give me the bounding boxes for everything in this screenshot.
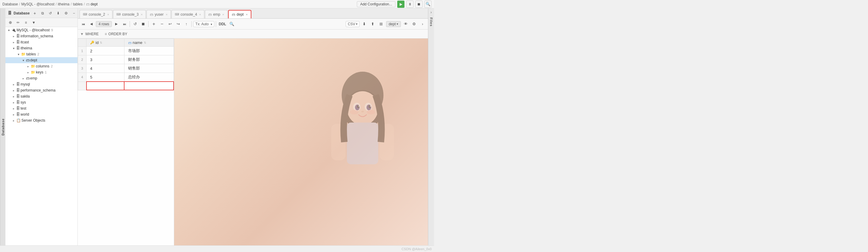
tree-item-world[interactable]: ▸ 🗄 world [5,111,78,117]
tree-item-emp[interactable]: ▸ 🗃 emp [5,75,78,81]
tx-select-wrapper[interactable]: Tx: Auto ▾ [193,21,214,27]
view-btn[interactable]: 👁 [402,21,409,28]
tree-item-keys[interactable]: ▸ 📁 keys 1 [5,69,78,75]
stop-button[interactable]: ⏹ [415,1,423,8]
tree-item-tables[interactable]: ▾ 📁 tables 2 [5,51,78,57]
table-row[interactable]: 3 4 销售部 [78,64,174,73]
nav-last-btn[interactable]: ⏭ [121,21,128,28]
nav-prev-btn[interactable]: ◀ [88,21,95,28]
col-header-id[interactable]: 🔑 id ⇅ [87,39,124,47]
row-2-name[interactable]: 财务部 [124,56,174,64]
row-2-id[interactable]: 3 [87,56,124,64]
undo-btn[interactable]: ↩ [166,21,174,28]
tree-item-mysql-localhost[interactable]: ▾ 🔌 MySQL - @localhost 9 [5,27,78,33]
nav-next-btn[interactable]: ▶ [113,21,120,28]
breadcrumb-item-dept[interactable]: dept [91,2,98,6]
tree-item-columns[interactable]: ▸ 📁 columns 2 [5,63,78,69]
row-1-name[interactable]: 市场部 [124,47,174,56]
split-btn[interactable]: ⊞ [378,21,385,28]
import-btn[interactable]: ⬇ [361,21,368,28]
right-panel-collapse-btn[interactable]: › [429,10,434,15]
row-4-name[interactable]: 总经办 [124,73,174,82]
orderby-filter[interactable]: ≡ ORDER BY [105,32,127,36]
row-4-id[interactable]: 5 [87,73,124,82]
nav-first-btn[interactable]: ⏮ [80,21,87,28]
breadcrumb-item-mysql[interactable]: MySQL - @localhost [22,2,55,6]
col-name-sort-icon[interactable]: ⇅ [144,41,146,44]
tree-props-btn[interactable]: ≡ [22,19,30,26]
where-filter[interactable]: ▼ WHERE [80,32,99,36]
tree-item-itcast[interactable]: ▸ 🗄 itcast [5,39,78,45]
breadcrumb-item-database[interactable]: Database [2,2,18,6]
database-vertical-tab[interactable]: Database [0,8,5,245]
sidebar-add-btn[interactable]: + [31,10,38,16]
play-button[interactable]: ▶ [397,1,404,8]
tab-yuser[interactable]: 🗃 yuser × [147,10,171,19]
tree-item-itheima[interactable]: ▾ 🗄 itheima [5,45,78,51]
tree-filter-btn[interactable]: ▼ [30,19,37,26]
tab-dept[interactable]: 🗃 dept × [228,10,251,19]
add-configuration-button[interactable]: Add Configuration... [357,1,396,7]
anime-figure-decoration [310,64,415,220]
right-mini-panel: › Files [428,8,434,245]
svg-point-13 [367,110,375,114]
table-name-tag[interactable]: dept ▾ [386,21,401,27]
col-header-name[interactable]: 🗃 name ⇅ [124,39,174,47]
table-row[interactable]: 2 3 财务部 [78,56,174,64]
sidebar-refresh-btn[interactable]: ↺ [47,10,54,16]
tree-item-server-objects[interactable]: ▸ 📋 Server Objects [5,117,78,123]
tab-console-4-close[interactable]: × [199,13,201,16]
breadcrumb-item-tables[interactable]: tables [73,2,83,6]
sidebar-settings-btn[interactable]: ⚙ [63,10,69,16]
empty-input-row[interactable] [78,82,174,90]
database-icon: 🗄 [8,11,12,15]
tab-dept-close[interactable]: × [246,13,247,16]
apply-btn[interactable]: ↑ [183,21,190,28]
tab-emp[interactable]: 🗃 emp × [205,10,227,19]
tab-emp-close[interactable]: × [222,13,224,16]
empty-id-cell[interactable] [87,82,124,90]
panel-collapse-btn[interactable]: › [419,21,426,28]
delete-row-btn[interactable]: − [158,21,165,28]
sidebar-copy-btn[interactable]: ⧉ [39,10,46,16]
tree-item-information-schema[interactable]: ▸ 🗄 information_schema [5,33,78,39]
search-data-btn[interactable]: 🔍 [228,21,236,28]
redo-btn[interactable]: ↪ [175,21,182,28]
export-btn[interactable]: ⬆ [369,21,376,28]
tree-item-sakila[interactable]: ▸ 🗄 sakila [5,93,78,99]
tab-console-3-close[interactable]: × [141,13,143,16]
tree-edit-btn[interactable]: ✏ [14,19,22,26]
tree-item-mysql-db[interactable]: ▸ 🗄 mysql [5,81,78,87]
pause-button[interactable]: ⏸ [406,1,413,8]
tab-console-2[interactable]: ⌨ console_2 × [80,10,113,19]
breadcrumb-item-itheima[interactable]: itheima [58,2,70,6]
search-top-button[interactable]: 🔍 [424,1,432,8]
files-vertical-tab[interactable]: Files [430,17,433,27]
tab-console-3-label: console_3 [122,12,138,16]
tab-yuser-close[interactable]: × [166,13,167,16]
tree-item-test[interactable]: ▸ 🗄 test [5,105,78,111]
tab-console-3[interactable]: ⌨ console_3 × [113,10,146,19]
stop-query-btn[interactable]: ⏹ [140,21,147,28]
row-3-id[interactable]: 4 [87,64,124,73]
add-row-btn[interactable]: + [150,21,157,28]
refresh-btn[interactable]: ↺ [131,21,138,28]
row-1-id[interactable]: 2 [87,47,124,56]
options-btn[interactable]: ⚙ [410,21,418,28]
tree-item-dept[interactable]: ▾ 🗃 dept [5,57,78,63]
sidebar-filter-tree-btn[interactable]: ⬇ [55,10,61,16]
col-id-sort-icon[interactable]: ⇅ [100,41,102,44]
sidebar-collapse-btn[interactable]: − [70,10,77,16]
csv-select[interactable]: CSV ▾ [346,21,360,27]
table-row[interactable]: 1 2 市场部 [78,47,174,56]
table-row[interactable]: 4 5 总经办 [78,73,174,82]
tab-console-2-close[interactable]: × [107,13,109,16]
ddl-btn[interactable]: DDL [218,22,227,27]
tree-new-btn[interactable]: ⊕ [7,19,14,26]
tree-item-perf-schema[interactable]: ▸ 🗄 performance_schema [5,87,78,93]
tree-label-mysql: MySQL - @localhost [17,28,50,32]
row-3-name[interactable]: 销售部 [124,64,174,73]
empty-name-cell[interactable] [124,82,174,90]
tree-item-sys[interactable]: ▸ 🗄 sys [5,99,78,105]
tab-console-4[interactable]: ⌨ console_4 × [172,10,204,19]
